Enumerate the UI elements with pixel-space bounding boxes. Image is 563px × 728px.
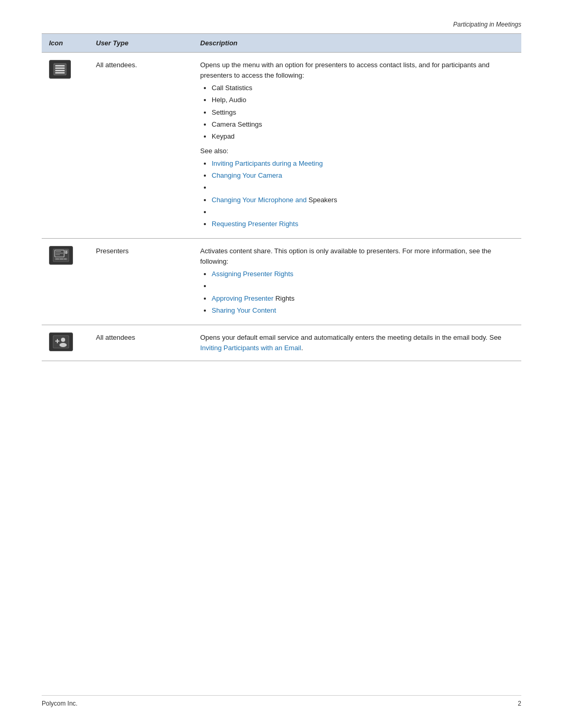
- svg-rect-15: [60, 258, 63, 259]
- row1-bullets: Call Statistics Help, Audio Settings Cam…: [212, 83, 514, 142]
- list-item: Requesting Presenter Rights: [212, 219, 514, 229]
- svg-point-9: [65, 252, 67, 253]
- link-changing-camera[interactable]: Changing Your Camera: [212, 171, 282, 179]
- link-requesting-presenter[interactable]: Requesting Presenter Rights: [212, 220, 298, 228]
- list-item: Changing Your Microphone and Speakers: [212, 195, 514, 205]
- svg-rect-12: [56, 254, 60, 255]
- row2-usertype: Presenters: [89, 238, 193, 325]
- row3-intro-end: .: [301, 344, 303, 352]
- list-item: Assigning Presenter Rights: [212, 269, 514, 279]
- footer-right: 2: [518, 700, 521, 707]
- list-item-empty: [212, 281, 514, 291]
- svg-rect-2: [55, 68, 65, 69]
- list-item: Keypad: [212, 131, 514, 142]
- svg-rect-11: [56, 253, 63, 254]
- menu-icon: [49, 60, 71, 79]
- link-sharing-content[interactable]: Sharing Your Content: [212, 306, 276, 314]
- table-header-row: Icon User Type Description: [42, 34, 521, 53]
- row2-see-also-bullets: Assigning Presenter Rights Approving Pre…: [212, 269, 514, 316]
- row2-icon-cell: [42, 238, 89, 325]
- list-item: Inviting Participants during a Meeting: [212, 158, 514, 169]
- row3-icon-cell: [42, 325, 89, 361]
- plain-speakers: Speakers: [307, 196, 337, 204]
- main-table: Icon User Type Description: [42, 34, 521, 361]
- table-row: All attendees. Opens up the menu with an…: [42, 53, 521, 239]
- list-item-empty2: [212, 207, 514, 217]
- svg-rect-4: [55, 72, 65, 74]
- svg-rect-14: [56, 258, 59, 259]
- footer-left: Polycom Inc.: [42, 700, 78, 707]
- row1-usertype: All attendees.: [89, 53, 193, 239]
- svg-point-19: [59, 343, 67, 347]
- link-inviting-with-email[interactable]: Inviting Participants with an Email: [200, 344, 301, 352]
- plain-rights: Rights: [274, 294, 295, 302]
- link-inviting-participants[interactable]: Inviting Participants during a Meeting: [212, 159, 323, 167]
- row1-intro-text: Opens up the menu with an option for pre…: [200, 61, 489, 79]
- svg-rect-21: [57, 339, 58, 343]
- add-contact-icon: [49, 332, 73, 351]
- link-changing-microphone[interactable]: Changing Your Microphone and: [212, 196, 307, 204]
- svg-rect-10: [56, 251, 61, 252]
- svg-point-18: [61, 338, 65, 342]
- list-item: Approving Presenter Rights: [212, 293, 514, 304]
- row3-description: Opens your default email service and aut…: [193, 325, 521, 361]
- link-assigning-presenter[interactable]: Assigning Presenter Rights: [212, 270, 293, 278]
- list-item: Call Statistics: [212, 83, 514, 93]
- table-row: Presenters Activates content share. This…: [42, 238, 521, 325]
- svg-point-8: [66, 251, 67, 252]
- list-item: Camera Settings: [212, 119, 514, 130]
- list-item: Help, Audio: [212, 95, 514, 105]
- col-header-usertype: User Type: [89, 34, 193, 53]
- svg-rect-1: [55, 65, 65, 67]
- page-footer: Polycom Inc. 2: [42, 695, 521, 707]
- row2-intro-text: Activates content share. This option is …: [200, 247, 491, 265]
- list-item: Changing Your Camera: [212, 170, 514, 181]
- list-item-empty1: [212, 182, 514, 193]
- list-item: Settings: [212, 107, 514, 118]
- row1-icon-cell: [42, 53, 89, 239]
- list-item: Sharing Your Content: [212, 305, 514, 316]
- row1-see-also-bullets: Inviting Participants during a Meeting C…: [212, 158, 514, 229]
- col-header-icon: Icon: [42, 34, 89, 53]
- row3-intro-text: Opens your default email service and aut…: [200, 334, 501, 341]
- see-also-label: See also:: [200, 146, 514, 156]
- col-header-description: Description: [193, 34, 521, 53]
- link-approving-presenter[interactable]: Approving Presenter: [212, 294, 274, 302]
- svg-rect-3: [55, 70, 65, 71]
- page-header-right: Participating in Meetings: [42, 21, 521, 28]
- row3-usertype: All attendees: [89, 325, 193, 361]
- table-row: All attendees Opens your default email s…: [42, 325, 521, 361]
- svg-rect-16: [64, 258, 66, 259]
- row1-description: Opens up the menu with an option for pre…: [193, 53, 521, 239]
- content-share-icon: [49, 246, 73, 265]
- row2-description: Activates content share. This option is …: [193, 238, 521, 325]
